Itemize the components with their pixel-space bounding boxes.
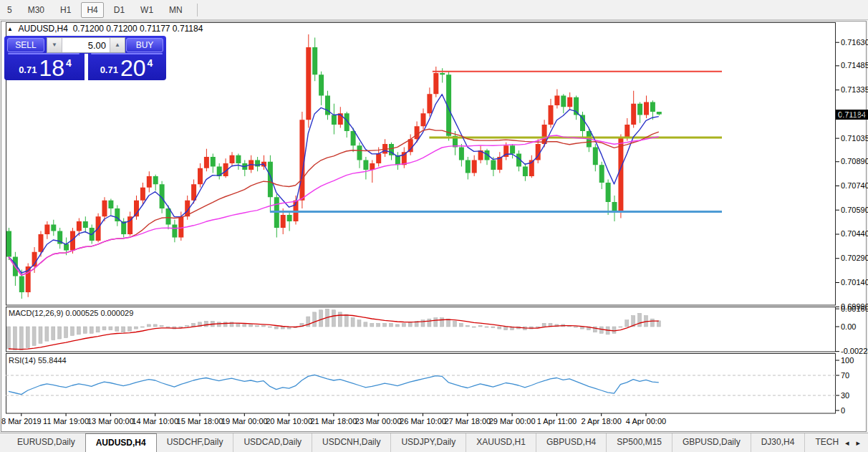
chart-tab-bar: EURUSD,DailyAUDUSD,H4USDCHF,DailyUSDCAD,…	[0, 433, 868, 452]
sell-price-sup: 4	[66, 57, 72, 69]
chart-title-symbol: AUDUSD,H4	[19, 24, 68, 34]
sell-button[interactable]: SELL	[7, 38, 44, 52]
rsi-layer	[6, 375, 836, 395]
time-axis-label: 1 Apr 11:00	[537, 417, 577, 425]
tab-dj30-h4[interactable]: DJ30,H4	[751, 433, 805, 452]
tab-audusd-h4[interactable]: AUDUSD,H4	[85, 433, 157, 452]
buy-button[interactable]: BUY	[126, 38, 163, 52]
chart-title-ohlc: 0.71200 0.71200 0.71177 0.71184	[73, 24, 203, 34]
buy-price-big: 20	[120, 57, 146, 79]
rsi-scale-label: 70	[841, 371, 849, 380]
time-axis-label: 13 Mar 00:00	[87, 417, 134, 425]
rsi-value: 55.8444	[38, 356, 67, 365]
time-axis-label: 2 Apr 18:00	[582, 417, 622, 425]
price-tick-label: 0.71185	[841, 110, 868, 118]
price-tick-label: 0.71335	[841, 85, 868, 94]
macd-scale-label: -0.002235	[841, 347, 868, 355]
tab-usdcad-daily[interactable]: USDCAD,Daily	[233, 433, 312, 452]
price-tick-label: 0.71630	[841, 38, 868, 47]
time-axis-label: 23 Mar 00:00	[355, 417, 402, 425]
macd-main-value: 0.000525	[65, 309, 98, 317]
time-axis-label: 19 Mar 00:00	[221, 417, 268, 425]
sell-price-box[interactable]: 0.71184	[6, 54, 85, 79]
collapse-triangle-icon[interactable]: ▲	[7, 26, 13, 32]
time-axis-label: 4 Apr 00:00	[626, 417, 666, 425]
time-axis-label: 29 Mar 00:00	[489, 417, 536, 425]
rsi-scale-label: 0	[841, 406, 845, 415]
price-tick-label: 0.70740	[841, 181, 868, 190]
lot-increase-button[interactable]: ▲	[110, 38, 125, 52]
time-axis-label: 21 Mar 18:00	[310, 417, 357, 425]
time-axis-label: 14 Mar 10:00	[132, 417, 178, 425]
price-tick-label: 0.70590	[841, 206, 868, 214]
rsi-indicator-label: RSI(14) 55.8444	[9, 356, 67, 365]
lot-size-spinner: ▼ ▲	[47, 37, 125, 53]
tab-gbpusd-h4[interactable]: GBPUSD,H4	[536, 433, 606, 452]
sell-price-prefix: 0.71	[19, 64, 37, 75]
buy-price-sup: 4	[148, 57, 153, 69]
sell-price-big: 18	[39, 57, 64, 79]
time-axis-label: 20 Mar 10:00	[266, 417, 312, 425]
lot-decrease-button[interactable]: ▼	[47, 38, 62, 52]
tab-usdjpy-daily[interactable]: USDJPY,Daily	[390, 433, 466, 452]
rsi-scale-label: 100	[841, 356, 854, 365]
time-axis-label: 11 Mar 19:00	[43, 417, 89, 425]
rsi-scale-label: 30	[841, 391, 849, 400]
time-axis-label: 27 Mar 18:00	[444, 417, 491, 425]
chart-title: ▲ AUDUSD,H4 0.71200 0.71200 0.71177 0.71…	[7, 24, 203, 34]
tab-sp500-m15[interactable]: SP500,M15	[606, 433, 672, 452]
tab-scroll-arrows: ◂▸	[839, 433, 867, 452]
tab-usdchf-daily[interactable]: USDCHF,Daily	[157, 433, 233, 452]
price-tick-label: 0.71485	[841, 61, 868, 69]
price-tick-label: 0.70290	[841, 254, 868, 262]
scroll-right-button[interactable]: ▸	[852, 437, 864, 449]
scroll-left-button[interactable]: ◂	[842, 437, 853, 449]
price-tick-label: 0.70140	[841, 278, 868, 287]
chevron-down-icon: ▼	[52, 42, 57, 48]
macd-scale-label: 0.001605	[841, 304, 868, 313]
time-axis-label: 8 Mar 2019	[1, 417, 42, 425]
time-axis-label: 26 Mar 10:00	[400, 417, 446, 425]
lot-size-input[interactable]	[62, 38, 110, 52]
price-tick-label: 0.71035	[841, 134, 868, 143]
price-tick-label: 0.70440	[841, 229, 868, 238]
price-tick-label: 0.70890	[841, 157, 868, 165]
macd-signal-value: 0.000029	[100, 309, 133, 317]
buy-price-prefix: 0.71	[100, 64, 118, 75]
tab-gbpusd-daily[interactable]: GBPUSD,Daily	[672, 433, 751, 452]
tab-eurusd-daily[interactable]: EURUSD,Daily	[7, 433, 85, 452]
tab-usdcnh-daily[interactable]: USDCNH,Daily	[312, 433, 390, 452]
buy-price-box[interactable]: 0.71204	[88, 54, 165, 79]
one-click-trading-panel: SELL ▼ ▲ BUY 0.71184 0.71204	[4, 36, 166, 80]
macd-indicator-label: MACD(12,26,9) 0.000525 0.000029	[9, 309, 133, 317]
chevron-up-icon: ▲	[115, 42, 120, 48]
time-axis-label: 15 Mar 18:00	[177, 417, 223, 425]
macd-scale-label: 0.00	[841, 322, 856, 331]
tab-xauusd-h1[interactable]: XAUUSD,H1	[466, 433, 536, 452]
